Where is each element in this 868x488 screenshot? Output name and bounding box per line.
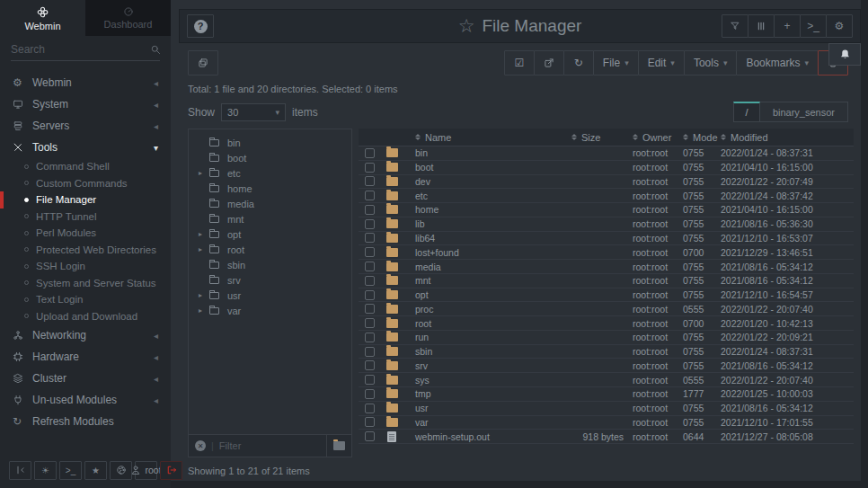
sidebar-item-http-tunnel[interactable]: HTTP Tunnel (0, 209, 171, 226)
row-checkbox[interactable] (365, 176, 375, 186)
terminal-button[interactable]: >_ (800, 14, 827, 38)
breadcrumb-root[interactable]: / (733, 102, 760, 122)
logout-button[interactable] (160, 461, 182, 480)
row-checkbox[interactable] (365, 375, 375, 385)
table-row-opt[interactable]: optroot:root07552021/12/10 - 16:54:57 (359, 288, 854, 303)
row-checkbox[interactable] (365, 247, 375, 257)
sidebar-item-hardware[interactable]: Hardware◂ (0, 346, 171, 368)
sidebar-item-protected-web-directories[interactable]: Protected Web Directories (0, 242, 171, 259)
tree-item-var[interactable]: ▸var (189, 303, 351, 318)
table-row-boot[interactable]: bootroot:root07552021/04/10 - 16:15:00 (359, 161, 854, 175)
sidebar-item-system[interactable]: System◂ (0, 93, 171, 115)
sidebar-item-upload-and-download[interactable]: Upload and Download (0, 308, 171, 325)
sidebar-item-un-used-modules[interactable]: Un-used Modules◂ (0, 389, 171, 411)
sidebar-item-file-manager[interactable]: File Manager (0, 191, 171, 209)
clear-filter-icon[interactable]: ✕ (195, 440, 206, 451)
row-checkbox[interactable] (365, 417, 375, 427)
sidebar-item-networking[interactable]: Networking◂ (0, 324, 171, 346)
search-input[interactable] (11, 43, 150, 56)
tree-item-bin[interactable]: bin (189, 135, 351, 150)
sidebar-item-webmin[interactable]: ⚙Webmin◂ (0, 72, 171, 93)
table-row-home[interactable]: homeroot:root07552021/04/10 - 16:15:00 (359, 203, 854, 217)
row-checkbox[interactable] (365, 360, 375, 370)
paste-buffer-button[interactable] (188, 50, 218, 75)
tree-folder-button[interactable] (326, 435, 345, 457)
sidebar-item-custom-commands[interactable]: Custom Commands (0, 175, 171, 192)
table-row-run[interactable]: runroot:root07552022/01/22 - 20:09:21 (359, 331, 854, 345)
row-checkbox[interactable] (365, 163, 375, 173)
tree-filter-input[interactable] (219, 440, 321, 451)
tree-item-sbin[interactable]: sbin (189, 257, 351, 272)
notifications-tab[interactable] (828, 43, 861, 66)
favorites-button[interactable]: ★ (84, 461, 107, 480)
row-checkbox[interactable] (365, 233, 375, 243)
table-row-lost-found[interactable]: lost+foundroot:root07002021/12/29 - 13:4… (359, 245, 854, 260)
tree-item-opt[interactable]: ▸opt (189, 226, 351, 242)
select-all-button[interactable]: ☑ (504, 50, 535, 75)
table-row-sbin[interactable]: sbinroot:root07552022/01/24 - 08:37:31 (359, 345, 854, 359)
tree-item-boot[interactable]: boot (189, 150, 351, 165)
row-checkbox[interactable] (365, 431, 375, 441)
column-header-modified[interactable]: Modified (721, 132, 854, 143)
sidebar-item-tools[interactable]: Tools▾ (0, 137, 171, 158)
theme-button[interactable]: ☀ (34, 461, 57, 480)
table-row-etc[interactable]: etcroot:root07552022/01/24 - 08:37:42 (359, 189, 854, 203)
table-row-proc[interactable]: procroot:root05552022/01/22 - 20:07:40 (359, 302, 854, 316)
tab-dashboard[interactable]: Dashboard (85, 0, 171, 36)
caret-right-icon[interactable]: ▸ (199, 230, 202, 238)
tab-webmin[interactable]: Webmin (0, 0, 85, 36)
row-checkbox[interactable] (365, 262, 375, 271)
edit-menu-button[interactable]: Edit▾ (638, 50, 685, 75)
file-menu-button[interactable]: File▾ (593, 50, 639, 75)
row-checkbox[interactable] (365, 304, 375, 314)
collapse-sidebar-button[interactable] (9, 461, 31, 480)
row-checkbox[interactable] (365, 290, 375, 300)
sidebar-item-ssh-login[interactable]: SSH Login (0, 258, 171, 275)
bookmarks-menu-button[interactable]: Bookmarks▾ (736, 50, 819, 75)
row-checkbox[interactable] (365, 318, 375, 328)
tree-item-home[interactable]: home (189, 181, 351, 196)
tools-menu-button[interactable]: Tools▾ (684, 50, 738, 75)
sidebar-item-command-shell[interactable]: Command Shell (0, 158, 171, 175)
sidebar-item-cluster[interactable]: Cluster◂ (0, 368, 171, 389)
row-checkbox[interactable] (365, 404, 375, 413)
page-size-select[interactable]: 30 ▾ (221, 103, 286, 121)
row-checkbox[interactable] (365, 389, 375, 399)
row-checkbox[interactable] (365, 191, 375, 200)
breadcrumb-current[interactable]: binary_sensor (760, 102, 848, 122)
tree-item-usr[interactable]: ▸usr (189, 288, 351, 303)
row-checkbox[interactable] (365, 333, 375, 342)
table-row-root[interactable]: rootroot:root07002022/01/20 - 10:42:13 (359, 316, 854, 331)
sidebar-item-refresh-modules[interactable]: ↻Refresh Modules (0, 411, 171, 432)
tree-item-srv[interactable]: srv (189, 272, 351, 288)
column-header-owner[interactable]: Owner (633, 132, 683, 143)
table-row-webmin-setup-out[interactable]: webmin-setup.out918 bytesroot:root064420… (359, 430, 854, 444)
user-button[interactable]: root (135, 461, 157, 480)
tree-item-etc[interactable]: ▸etc (189, 165, 351, 181)
table-row-srv[interactable]: srvroot:root07552021/08/16 - 05:34:12 (359, 359, 854, 373)
language-button[interactable] (110, 461, 132, 480)
caret-right-icon[interactable]: ▸ (199, 169, 202, 177)
table-row-sys[interactable]: sysroot:root05552022/01/22 - 20:07:40 (359, 373, 854, 387)
row-checkbox[interactable] (365, 276, 375, 286)
table-row-media[interactable]: mediaroot:root07552021/08/16 - 05:34:12 (359, 260, 854, 274)
sidebar-item-perl-modules[interactable]: Perl Modules (0, 225, 171, 242)
row-checkbox[interactable] (365, 347, 375, 357)
export-button[interactable] (534, 50, 564, 75)
refresh-button[interactable]: ↻ (563, 50, 594, 75)
caret-right-icon[interactable]: ▸ (199, 306, 202, 315)
table-row-lib[interactable]: libroot:root07552021/08/16 - 05:36:30 (359, 217, 854, 232)
settings-button[interactable]: ⚙ (826, 14, 853, 38)
vertical-scrollbar[interactable] (861, 0, 868, 488)
column-header-size[interactable]: Size (571, 132, 633, 143)
tree-item-media[interactable]: media (189, 196, 351, 211)
caret-right-icon[interactable]: ▸ (199, 245, 202, 253)
column-header-name[interactable]: Name (403, 132, 571, 143)
sidebar-item-text-login[interactable]: Text Login (0, 291, 171, 308)
column-header-mode[interactable]: Mode (683, 132, 721, 143)
horizontal-scrollbar[interactable] (171, 481, 868, 488)
sidebar-item-servers[interactable]: Servers◂ (0, 115, 171, 137)
table-row-usr[interactable]: usrroot:root07552021/08/16 - 05:34:12 (359, 402, 854, 416)
table-row-var[interactable]: varroot:root07552021/12/10 - 17:01:55 (359, 416, 854, 430)
row-checkbox[interactable] (365, 148, 375, 158)
